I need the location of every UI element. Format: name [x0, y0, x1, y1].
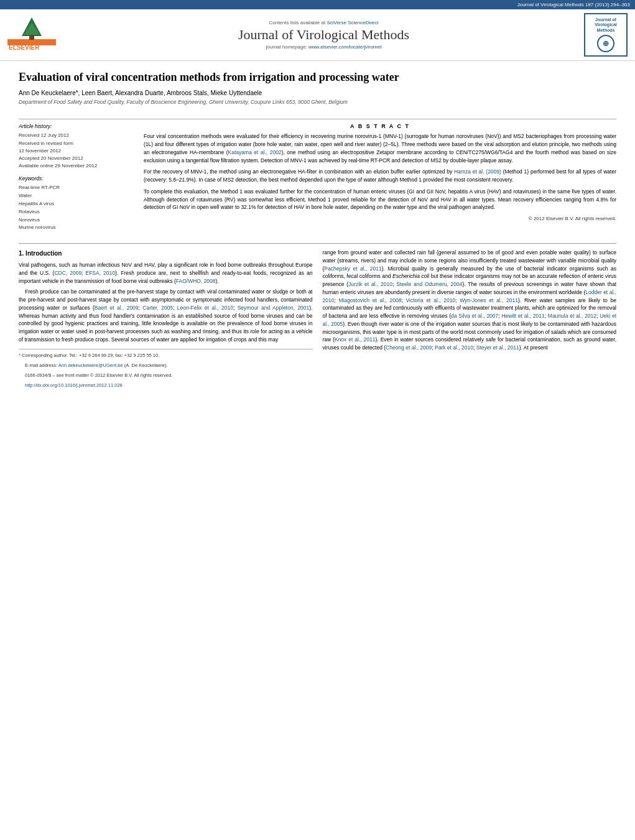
intro-para2: Fresh produce can be contaminated at the…	[19, 288, 313, 343]
keywords-title: Keywords:	[19, 175, 134, 182]
body-right-col: range from ground water and collected ra…	[323, 249, 617, 392]
footnote-doi: http://dx.doi.org/10.1016/j.jviromet.201…	[19, 382, 313, 389]
footnote-corresponding: * Corresponding author. Tel.: +32 9 264 …	[19, 352, 313, 359]
article-affiliation: Department of Food Safety and Food Quali…	[19, 99, 616, 105]
svg-rect-4	[29, 35, 34, 40]
intro-para1: Viral pathogens, such as human infectiou…	[19, 261, 313, 285]
introduction-section: 1. Introduction Viral pathogens, such as…	[19, 249, 616, 392]
footnote-email: E-mail address: Ann.dekeuckelaere@UGent.…	[19, 362, 313, 369]
ref-carter[interactable]: Carter, 2005	[142, 305, 173, 311]
keyword-5: Norovirus	[19, 216, 134, 224]
ref-jurzik[interactable]: Jurzik et al., 2010	[348, 281, 392, 287]
svg-text:ELSEVIER: ELSEVIER	[9, 44, 40, 51]
section-divider	[19, 243, 616, 244]
sciverse-link[interactable]: SciVerse ScienceDirect	[327, 20, 378, 25]
journal-citation: Journal of Virological Methods 187 (2013…	[517, 2, 630, 7]
keyword-3: Hepatitis A virus	[19, 200, 134, 208]
abstract-para3: To complete this evaluation, the Method …	[144, 188, 616, 211]
section-1-heading: 1. Introduction	[19, 249, 313, 258]
article-history-title: Article history:	[19, 123, 134, 129]
keyword-6: Murine norovirus	[19, 224, 134, 232]
header-center: Contents lists available at SciVerse Sci…	[63, 20, 584, 50]
abstract-layout: Article history: Received 12 July 2012 R…	[19, 123, 616, 238]
received-revised-label: Received in revised form	[19, 140, 134, 147]
ref-katayama[interactable]: Katayama et al., 2002	[228, 149, 282, 155]
footnote-section: * Corresponding author. Tel.: +32 9 264 …	[19, 349, 313, 389]
homepage-line: journal homepage: www.elsevier.com/locat…	[63, 44, 584, 50]
ref-efsa[interactable]: EFSA, 2010	[86, 270, 116, 276]
article-authors: Ann De Keuckelaere*, Leen Baert, Alexand…	[19, 90, 616, 96]
journal-logo-box: Journal ofVirologicalMethods ⊕	[584, 13, 628, 57]
ref-leon[interactable]: Leon-Felix et al., 2010	[177, 305, 233, 311]
right-intro-para1: range from ground water and collected ra…	[323, 249, 617, 352]
journal-logo-circle: ⊕	[597, 35, 614, 52]
keyword-1: Real-time RT-PCR	[19, 184, 134, 192]
journal-title-main: Journal of Virological Methods	[63, 27, 584, 43]
divider-1	[19, 119, 616, 119]
abstract-text: Four viral concentration methods were ev…	[144, 132, 616, 223]
ref-baert[interactable]: Baert et al., 2009	[95, 305, 139, 311]
article-header: Evaluation of viral concentration method…	[19, 61, 616, 115]
ref-miag[interactable]: Miagostovich et al., 2008	[338, 297, 401, 303]
ref-wyn[interactable]: Wyn-Jones et al., 2011	[460, 297, 518, 303]
available-online: Available online 29 November 2012	[19, 162, 134, 169]
ref-hamza[interactable]: Hamza et al. (2009)	[454, 168, 501, 175]
accepted-date: Accepted 20 November 2012	[19, 155, 134, 162]
ref-knox[interactable]: Knox et al., 2011	[335, 336, 376, 343]
ref-cdc[interactable]: CDC, 2009	[54, 270, 81, 276]
keywords-list: Real-time RT-PCR Water Hepatitis A virus…	[19, 184, 134, 232]
ref-hewitt[interactable]: Hewitt et al., 2011	[501, 313, 544, 319]
elsevier-logo: ELSEVIER	[7, 17, 57, 53]
article-content: Evaluation of viral concentration method…	[0, 61, 635, 392]
abstract-para1: Four viral concentration methods were ev…	[144, 132, 616, 164]
ref-dasilva[interactable]: da Silva et al., 2007	[451, 313, 498, 319]
left-meta-col: Article history: Received 12 July 2012 R…	[19, 123, 134, 238]
homepage-link[interactable]: www.elsevier.com/locate/jviromet	[308, 44, 381, 50]
article-title: Evaluation of viral concentration method…	[19, 70, 616, 85]
keywords-section: Keywords: Real-time RT-PCR Water Hepatit…	[19, 175, 134, 232]
keyword-4: Rotavirus	[19, 208, 134, 216]
abstract-title: A B S T R A C T	[144, 123, 616, 129]
doi-link[interactable]: http://dx.doi.org/10.1016/j.jviromet.201…	[25, 382, 123, 388]
keyword-2: Water	[19, 192, 134, 200]
received-date: Received 12 July 2012	[19, 132, 134, 139]
body-left-col: 1. Introduction Viral pathogens, such as…	[19, 249, 313, 392]
journal-info-bar: Journal of Virological Methods 187 (2013…	[0, 0, 635, 9]
ref-park[interactable]: Park et al., 2010	[435, 344, 473, 351]
copyright-line: © 2012 Elsevier B.V. All rights reserved…	[144, 215, 616, 223]
abstract-section: A B S T R A C T Four viral concentration…	[144, 123, 616, 223]
ref-cheong[interactable]: Cheong et al., 2009	[386, 344, 432, 351]
ref-victoria[interactable]: Victoria et al., 2010	[406, 297, 456, 303]
article-history: Article history: Received 12 July 2012 R…	[19, 123, 134, 169]
ref-steyer[interactable]: Steyer et al., 2011	[476, 344, 519, 351]
footnote-issn: 0166-0934/$ – see front matter © 2012 El…	[19, 372, 313, 379]
ref-seymour[interactable]: Seymour and Appleton, 2001	[238, 305, 310, 311]
received-revised-date: 12 November 2012	[19, 147, 134, 154]
ref-pachepsky[interactable]: Pachepsky et al., 2011	[324, 265, 381, 272]
sciverse-line: Contents lists available at SciVerse Sci…	[63, 20, 584, 25]
abstract-para2: For the recovery of MNV-1, the method us…	[144, 168, 616, 184]
ref-maunula[interactable]: Maunula et al., 2012	[548, 313, 596, 319]
ref-fao[interactable]: FAO/WHO, 2008	[176, 278, 216, 284]
journal-header: ELSEVIER Contents lists available at Sci…	[0, 9, 635, 61]
abstract-col: A B S T R A C T Four viral concentration…	[144, 123, 616, 238]
footnote-email-link[interactable]: Ann.dekeuckelaere@UGent.be	[58, 362, 123, 368]
ref-steele[interactable]: Steele and Odumeru, 2004	[396, 281, 462, 287]
